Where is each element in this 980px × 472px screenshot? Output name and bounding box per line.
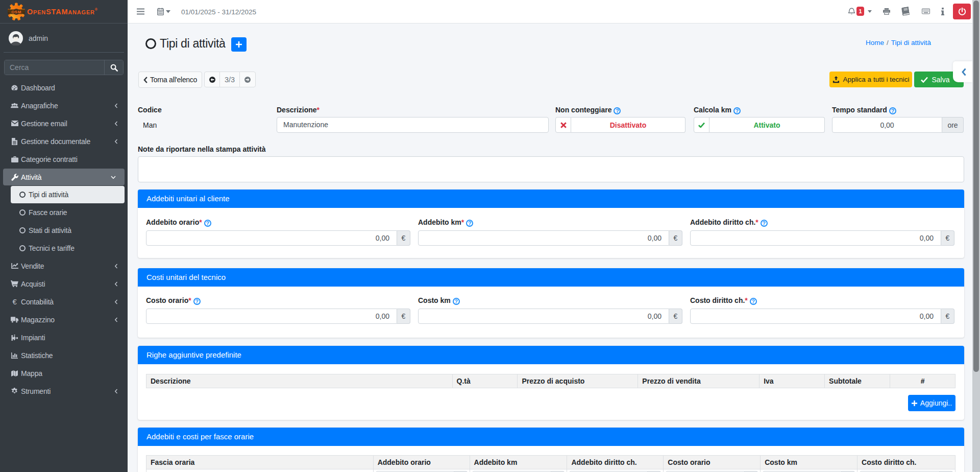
svg-text:OSM: OSM [11,10,21,14]
